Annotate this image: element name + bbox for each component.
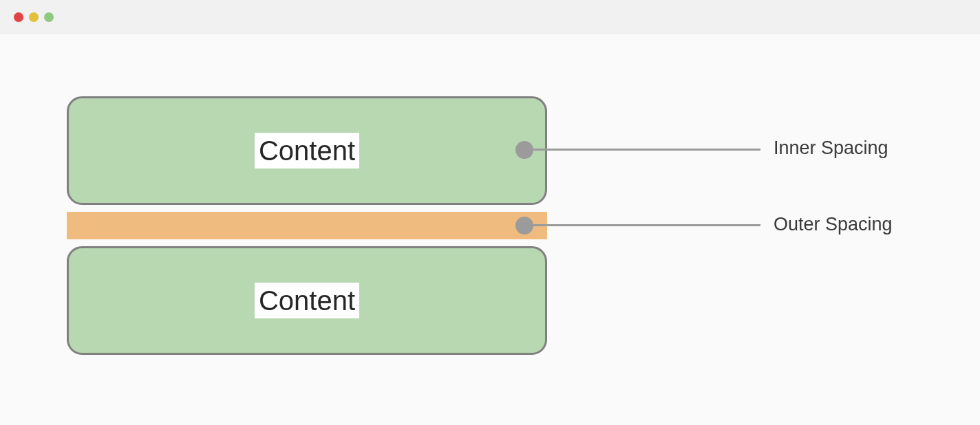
inner-spacing-box-bottom: Content <box>67 246 547 355</box>
callout-line <box>533 149 760 151</box>
content-label-top: Content <box>255 133 359 168</box>
close-icon[interactable] <box>14 12 23 22</box>
callout-line <box>533 224 760 226</box>
content-label-bottom: Content <box>255 283 359 318</box>
outer-spacing-bar <box>67 212 547 239</box>
callout-dot-icon <box>515 141 533 159</box>
minimize-icon[interactable] <box>29 12 39 22</box>
callout-label-inner: Inner Spacing <box>774 138 888 159</box>
callout-dot-icon <box>515 217 533 235</box>
window-titlebar <box>0 0 980 34</box>
zoom-icon[interactable] <box>44 12 54 22</box>
diagram-canvas: Content Content Inner Spacing Outer Spac… <box>0 34 980 425</box>
inner-spacing-box-top: Content <box>67 96 547 205</box>
callout-label-outer: Outer Spacing <box>774 214 893 235</box>
